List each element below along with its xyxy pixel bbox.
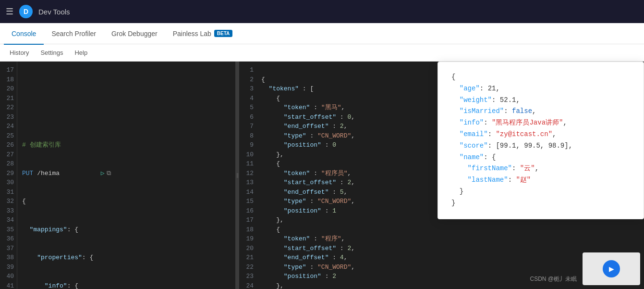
code-line: "properties": { [22,253,231,263]
nav-history[interactable]: History [4,44,35,62]
popup-line: "email": "zy@itcast.cn", [451,129,630,140]
main-content: 17 18 20 21 22 23 24 25 26 27 28 29 30 3… [0,62,644,289]
popup-line: "name": { [451,152,630,163]
floating-popup: { "age": 21, "weight": 52.1, "isMarried"… [437,62,644,219]
app-title: Dev Tools [38,8,70,16]
video-thumbnail[interactable]: ▶ [583,252,640,285]
code-line: # 创建索引库 [22,140,231,150]
tab-painless-lab[interactable]: Painless Lab BETA [165,24,241,45]
code-line: { [22,197,231,206]
tab-grok-debugger[interactable]: Grok Debugger [104,24,165,45]
left-editor[interactable]: 17 18 20 21 22 23 24 25 26 27 28 29 30 3… [0,62,235,289]
watermark: CSDN @栀丿未眠 [530,275,577,283]
tab-console[interactable]: Console [4,24,44,45]
code-line-put: PUT /heima ▷ ⧉ [22,169,231,178]
code-content-left[interactable]: # 创建索引库 PUT /heima ▷ ⧉ { "mappings": { "… [17,62,235,289]
tab-search-profiler[interactable]: Search Profiler [44,24,104,45]
popup-line: } [451,186,630,198]
popup-line: "firstName": "云", [451,163,630,175]
beta-badge: BETA [214,30,232,37]
code-line: "info": { [22,281,231,289]
run-icon[interactable]: ▷ [101,169,105,178]
nav-help[interactable]: Help [69,44,93,62]
popup-line: } [451,198,630,209]
line-numbers-right: 1 2 3 4 5 6 7 8 9 10 11 12 13 14 15 16 1… [239,62,256,289]
panel-divider[interactable]: ‖ [235,62,239,289]
popup-line: "age": 21, [451,83,630,95]
secondary-nav: History Settings Help [0,44,644,62]
nav-tabs: Console Search Profiler Grok Debugger Pa… [0,23,644,44]
copy-icon[interactable]: ⧉ [107,169,111,178]
app-icon: D [19,5,33,18]
popup-line: "score": [99.1, 99.5, 98.9], [451,140,630,152]
line-numbers-left: 17 18 20 21 22 23 24 25 26 27 28 29 30 3… [0,62,17,289]
hamburger-icon[interactable]: ☰ [6,6,13,17]
popup-line: "lastName": "赵" [451,175,630,186]
popup-line: "info": "黑马程序员Java讲师", [451,117,630,129]
popup-line: "weight": 52.1, [451,95,630,106]
code-line [22,113,231,122]
top-bar: ☰ D Dev Tools [0,0,644,23]
popup-line: "isMarried": false, [451,106,630,117]
play-icon[interactable]: ▶ [603,260,620,277]
code-line [22,84,231,94]
code-line: "mappings": { [22,225,231,235]
nav-settings[interactable]: Settings [35,44,69,62]
popup-line: { [451,72,630,83]
